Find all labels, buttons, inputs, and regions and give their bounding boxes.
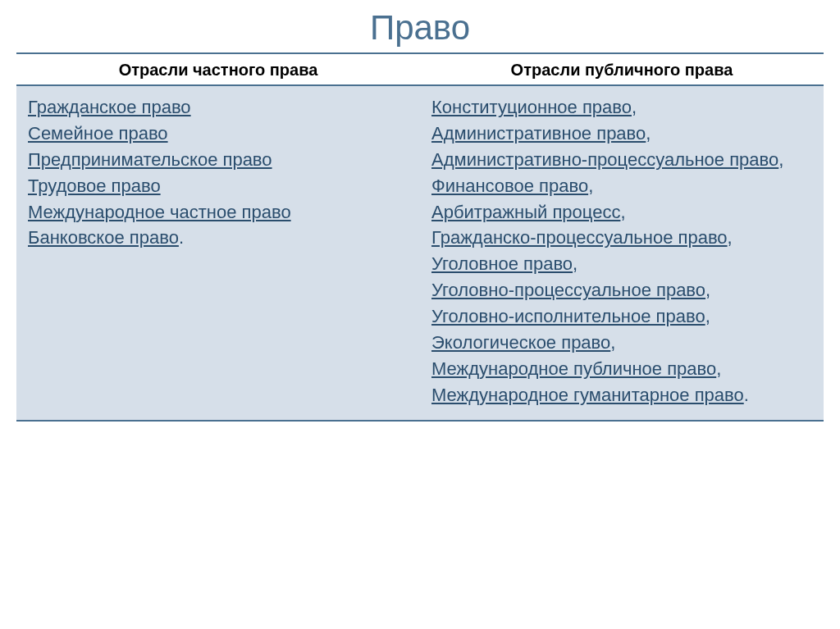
law-link[interactable]: Уголовно-процессуальное право bbox=[431, 280, 705, 300]
separator: , bbox=[728, 227, 733, 248]
law-link[interactable]: Гражданско-процессуальное право bbox=[431, 227, 728, 248]
separator: , bbox=[632, 97, 637, 117]
col-header-public: Отрасли публичного права bbox=[420, 56, 824, 85]
separator: , bbox=[646, 123, 651, 144]
trailing-period: . bbox=[179, 227, 184, 248]
separator: , bbox=[705, 280, 710, 300]
law-table: Отрасли частного права Отрасли публичног… bbox=[16, 56, 824, 422]
separator: , bbox=[588, 175, 593, 196]
law-link[interactable]: Семейное право bbox=[28, 123, 168, 144]
law-link[interactable]: Предпринимательское право bbox=[28, 149, 272, 170]
law-link[interactable]: Арбитражный процесс bbox=[431, 202, 620, 222]
separator: , bbox=[620, 202, 625, 222]
law-link[interactable]: Международное частное право bbox=[28, 202, 291, 222]
title-rule bbox=[16, 52, 824, 54]
law-link[interactable]: Конституционное право bbox=[431, 97, 632, 117]
law-link[interactable]: Международное гуманитарное право bbox=[431, 385, 744, 405]
law-link[interactable]: Экологическое право bbox=[431, 332, 610, 353]
law-link[interactable]: Финансовое право bbox=[431, 175, 588, 196]
cell-private-law: Гражданское правоСемейное правоПредприни… bbox=[16, 85, 420, 421]
separator: , bbox=[573, 253, 578, 274]
separator: , bbox=[778, 149, 783, 170]
law-link[interactable]: Административно-процессуальное право bbox=[431, 149, 778, 170]
law-link[interactable]: Банковское право bbox=[28, 227, 179, 248]
trailing-period: . bbox=[744, 385, 749, 405]
separator: , bbox=[705, 306, 710, 326]
separator: , bbox=[716, 358, 721, 379]
cell-public-law: Конституционное право,Административное п… bbox=[420, 85, 824, 421]
slide-title: Право bbox=[16, 0, 824, 52]
law-link[interactable]: Трудовое право bbox=[28, 175, 161, 196]
law-link[interactable]: Уголовное право bbox=[431, 253, 573, 274]
law-link[interactable]: Уголовно-исполнительное право bbox=[431, 306, 705, 326]
law-link[interactable]: Гражданское право bbox=[28, 97, 191, 117]
law-link[interactable]: Административное право bbox=[431, 123, 646, 144]
separator: , bbox=[610, 332, 615, 353]
law-link[interactable]: Международное публичное право bbox=[431, 358, 716, 379]
col-header-private: Отрасли частного права bbox=[16, 56, 420, 85]
